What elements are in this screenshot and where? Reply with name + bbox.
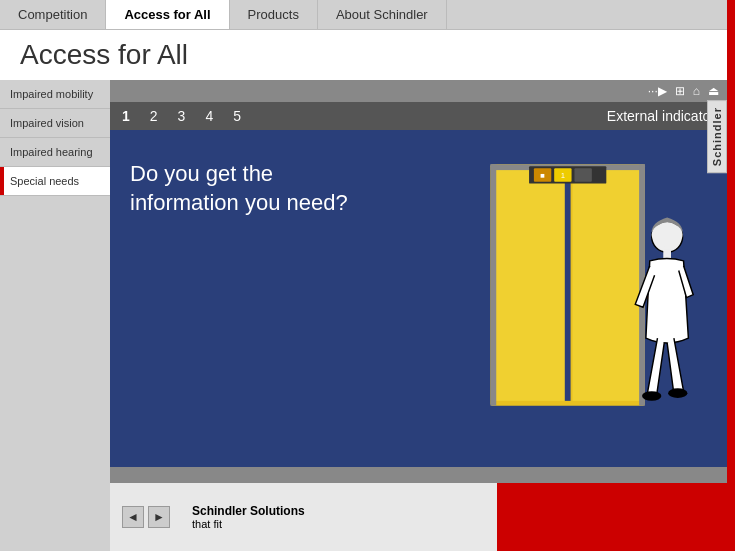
nav-access-for-all[interactable]: Access for All [106,0,229,29]
page-title: Access for All [0,30,735,80]
slide-num-3[interactable]: 3 [178,108,186,124]
slide-title: External indicator [607,108,715,124]
svg-rect-2 [573,169,643,401]
footer-navigation: ◄ ► [110,483,182,551]
nav-competition[interactable]: Competition [0,0,106,29]
footer-text: Schindler Solutions that fit [182,483,497,551]
next-button[interactable]: ► [148,506,170,528]
viewer-toolbar: ···▶ ⊞ ⌂ ⏏ [110,80,727,102]
elevator-illustration: ■ 1 [477,145,697,425]
svg-rect-1 [495,169,565,401]
red-accent-bar [727,0,735,551]
svg-point-20 [668,388,687,398]
main-content: Impaired mobility Impaired vision Impair… [0,80,727,551]
slide-num-1[interactable]: 1 [122,108,130,124]
toolbar-power-icon[interactable]: ⏏ [708,84,719,98]
toolbar-menu-icon[interactable]: ···▶ [648,84,667,98]
sidebar-item-special-needs[interactable]: Special needs [0,167,110,196]
slide-viewer: ···▶ ⊞ ⌂ ⏏ 1 2 3 4 5 External indicator … [110,80,727,551]
footer-right-accent [497,483,727,551]
slide-progress: 1 2 3 4 5 External indicator [110,102,727,130]
prev-button[interactable]: ◄ [122,506,144,528]
nav-about-schindler[interactable]: About Schindler [318,0,447,29]
sidebar-item-impaired-mobility[interactable]: Impaired mobility [0,80,110,109]
slide-main: Do you get the information you need? [110,130,727,467]
svg-rect-10 [574,168,591,182]
slide-num-5[interactable]: 5 [233,108,241,124]
svg-point-19 [642,391,661,401]
slide-num-4[interactable]: 4 [205,108,213,124]
slide-question: Do you get the information you need? [130,160,350,217]
sidebar-item-impaired-vision[interactable]: Impaired vision [0,109,110,138]
slide-footer: ◄ ► Schindler Solutions that fit [110,483,727,551]
toolbar-grid-icon[interactable]: ⊞ [675,84,685,98]
svg-rect-5 [490,164,496,405]
schindler-brand-label: Schindler [707,100,727,173]
top-navigation: Competition Access for All Products Abou… [0,0,735,30]
sidebar: Impaired mobility Impaired vision Impair… [0,80,110,551]
toolbar-home-icon[interactable]: ⌂ [693,84,700,98]
nav-products[interactable]: Products [230,0,318,29]
footer-brand-sub: that fit [192,518,497,530]
sidebar-item-impaired-hearing[interactable]: Impaired hearing [0,138,110,167]
svg-text:1: 1 [561,171,565,180]
slide-num-2[interactable]: 2 [150,108,158,124]
svg-point-17 [652,223,683,246]
svg-text:■: ■ [540,171,545,180]
footer-brand-text: Schindler Solutions [192,504,497,518]
svg-rect-3 [565,169,571,401]
slide-bottom-bar [110,467,727,483]
